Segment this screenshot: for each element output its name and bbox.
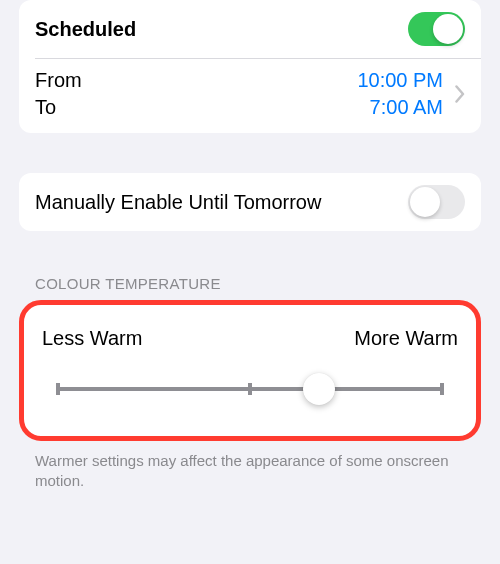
more-warm-label: More Warm xyxy=(354,327,458,350)
slider-tick-mid xyxy=(248,383,252,395)
slider-tick-end xyxy=(440,383,444,395)
slider-labels: Less Warm More Warm xyxy=(42,327,458,350)
from-label: From xyxy=(35,69,82,92)
slider-tick-start xyxy=(56,383,60,395)
scheduled-label: Scheduled xyxy=(35,18,136,41)
manual-label: Manually Enable Until Tomorrow xyxy=(35,191,321,214)
temperature-footer: Warmer settings may affect the appearanc… xyxy=(35,451,465,492)
from-time: 10:00 PM xyxy=(357,69,443,92)
scheduled-toggle[interactable] xyxy=(408,12,465,46)
toggle-knob xyxy=(433,14,463,44)
manual-row: Manually Enable Until Tomorrow xyxy=(19,173,481,231)
temperature-card: Less Warm More Warm xyxy=(19,300,481,441)
schedule-time-row[interactable]: From To 10:00 PM 7:00 AM xyxy=(19,59,481,133)
less-warm-label: Less Warm xyxy=(42,327,142,350)
chevron-right-icon xyxy=(455,85,465,103)
toggle-knob xyxy=(410,187,440,217)
manual-group: Manually Enable Until Tomorrow xyxy=(19,173,481,231)
schedule-group: Scheduled From To 10:00 PM 7:00 AM xyxy=(19,0,481,133)
time-labels: From To xyxy=(35,69,82,119)
to-label: To xyxy=(35,96,82,119)
to-time: 7:00 AM xyxy=(370,96,443,119)
temperature-header: COLOUR TEMPERATURE xyxy=(35,275,465,292)
temperature-slider[interactable] xyxy=(58,372,442,406)
slider-knob[interactable] xyxy=(303,373,335,405)
scheduled-row: Scheduled xyxy=(19,0,481,58)
time-values: 10:00 PM 7:00 AM xyxy=(357,69,443,119)
manual-toggle[interactable] xyxy=(408,185,465,219)
